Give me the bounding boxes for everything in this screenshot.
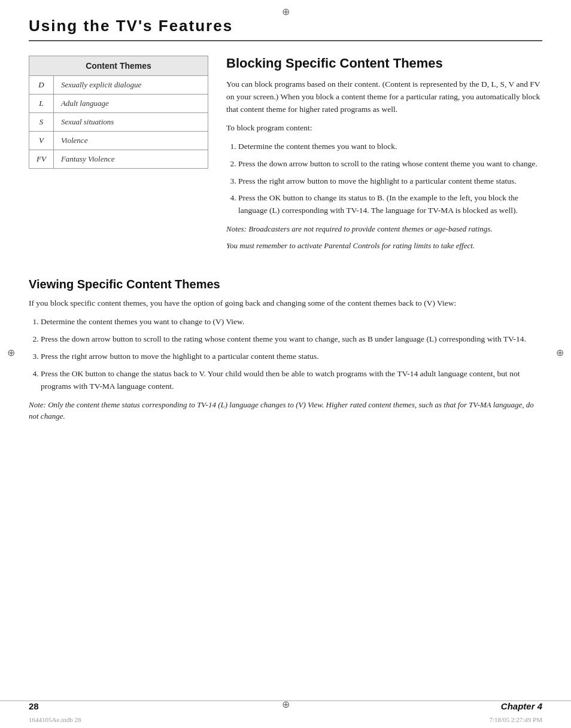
table-row: DSexually explicit dialogue <box>29 76 208 95</box>
blocking-note2: You must remember to activate Parental C… <box>226 240 542 252</box>
table-row: FVFantasy Violence <box>29 150 208 169</box>
viewing-heading: Viewing Specific Content Themes <box>29 278 542 291</box>
row-code: S <box>29 113 54 132</box>
viewing-step: Press the right arrow button to move the… <box>41 351 542 363</box>
to-block-label: To block program content: <box>226 122 542 135</box>
chapter-label: Chapter 4 <box>501 701 542 711</box>
reg-mark-right: ⊕ <box>556 347 564 358</box>
reg-mark-top: ⊕ <box>282 6 290 17</box>
main-content-area: Content Themes DSexually explicit dialog… <box>29 56 542 256</box>
footer-date: 7/18/05 2:27:49 PM <box>489 716 542 723</box>
viewing-step: Press the down arrow button to scroll to… <box>41 333 542 346</box>
right-column: Blocking Specific Content Themes You can… <box>226 56 542 256</box>
blocking-step: Press the down arrow button to scroll to… <box>238 158 542 170</box>
blocking-intro: You can block programs based on their co… <box>226 78 542 116</box>
table-row: VViolence <box>29 132 208 150</box>
row-code: D <box>29 76 54 95</box>
blocking-note1: Notes: Broadcasters are not required to … <box>226 223 542 235</box>
viewing-steps-list: Determine the content themes you want to… <box>41 316 542 393</box>
content-themes-table: Content Themes DSexually explicit dialog… <box>29 56 208 169</box>
row-code: FV <box>29 150 54 169</box>
blocking-step: Press the right arrow button to move the… <box>238 175 542 188</box>
footer-meta: 1644105Ae.indb 28 <box>29 716 81 723</box>
page-title: Using the TV's Features <box>29 17 542 35</box>
blocking-steps-list: Determine the content themes you want to… <box>238 141 542 218</box>
reg-mark-left: ⊕ <box>7 347 15 358</box>
viewing-step: Determine the content themes you want to… <box>41 316 542 328</box>
table-row: SSexual situations <box>29 113 208 132</box>
viewing-section: Viewing Specific Content Themes If you b… <box>29 278 542 422</box>
row-description: Violence <box>53 132 208 150</box>
page-number: 28 <box>29 701 39 711</box>
page-wrapper: ⊕ ⊕ ⊕ ⊕ Using the TV's Features Content … <box>0 0 571 728</box>
row-description: Sexually explicit dialogue <box>53 76 208 95</box>
table-header: Content Themes <box>29 56 208 76</box>
row-description: Fantasy Violence <box>53 150 208 169</box>
viewing-step: Press the OK button to change the status… <box>41 368 542 393</box>
blocking-step: Determine the content themes you want to… <box>238 141 542 153</box>
row-code: L <box>29 95 54 113</box>
row-description: Sexual situations <box>53 113 208 132</box>
row-code: V <box>29 132 54 150</box>
blocking-heading: Blocking Specific Content Themes <box>226 56 542 71</box>
viewing-intro: If you block specific content themes, yo… <box>29 297 542 310</box>
blocking-step: Press the OK button to change its status… <box>238 192 542 217</box>
row-description: Adult language <box>53 95 208 113</box>
page-footer: 28 Chapter 4 <box>0 700 571 711</box>
table-row: LAdult language <box>29 95 208 113</box>
left-column: Content Themes DSexually explicit dialog… <box>29 56 208 256</box>
viewing-note: Note: Only the content theme status corr… <box>29 399 542 422</box>
